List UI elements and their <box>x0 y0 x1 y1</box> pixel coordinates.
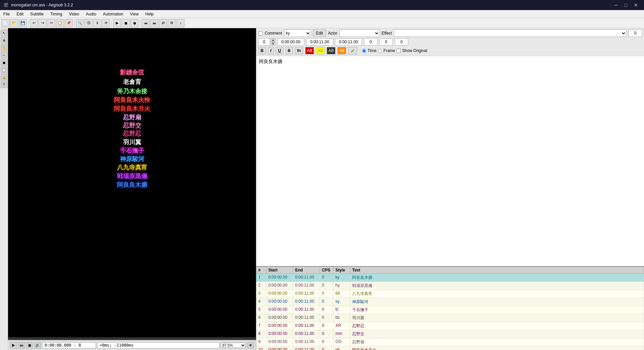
cell-end: 0:00:11.00 <box>293 306 320 314</box>
table-row[interactable]: 3 0:00:00.00 0:00:11.00 0 89 八九寺真宵 <box>256 290 644 298</box>
margin-v-input[interactable] <box>395 38 408 46</box>
tool-clip[interactable]: 📋 <box>1 66 7 73</box>
minimize-button[interactable]: ─ <box>612 2 621 8</box>
subtitle-text-editor[interactable] <box>256 56 644 266</box>
table-row[interactable]: 8 0:00:00.00 0:00:11.00 0 mm 忍野交 <box>256 330 644 338</box>
commit-button[interactable]: ✓ <box>348 47 357 54</box>
color-3-button[interactable]: AB <box>327 47 335 54</box>
table-row[interactable]: 6 0:00:00.00 0:00:11.00 0 bz 羽川翼 <box>256 314 644 322</box>
menu-subtitle[interactable]: Subtitle <box>27 11 47 17</box>
end-time-input[interactable] <box>306 38 333 46</box>
main-toolbar: 📄 📂 💾 ↩ ↪ ✂ 📋 📌 🔍 Ⓢ ℹ ⟳ ▶ ⏹ ⏺ ⏮ ⏭ ⇄ ⚙ ♪ <box>0 18 644 28</box>
toolbar-next-sub[interactable]: ⏭ <box>150 19 158 27</box>
frame-radio[interactable] <box>378 49 382 53</box>
table-row[interactable]: 2 0:00:00.00 0:00:11.00 0 hy 戦場原黒儀 <box>256 282 644 290</box>
toolbar-paste[interactable]: 📌 <box>65 19 73 27</box>
toolbar-styles[interactable]: Ⓢ <box>85 19 93 27</box>
toolbar-cut[interactable]: ✂ <box>47 19 55 27</box>
volume-button[interactable]: 🔊 <box>34 342 41 349</box>
color-4-button[interactable]: AB <box>337 47 346 54</box>
menu-file[interactable]: File <box>0 11 13 17</box>
toolbar-copy[interactable]: 📋 <box>56 19 64 27</box>
menu-view[interactable]: View <box>127 11 142 17</box>
toolbar-save[interactable]: 💾 <box>19 19 27 27</box>
cell-start: 0:00:00.00 <box>266 330 293 338</box>
italic-button[interactable]: I <box>268 47 274 54</box>
play-button[interactable]: ▶ <box>10 342 17 349</box>
step-forward-button[interactable]: ⏭ <box>18 342 25 349</box>
zoom-select[interactable]: 87.5% 50% 75% 100% <box>221 343 246 348</box>
maximize-button[interactable]: □ <box>622 2 630 8</box>
tool-help[interactable]: ? <box>1 81 7 88</box>
close-button[interactable]: ✕ <box>631 2 641 8</box>
tool-select[interactable]: ↖ <box>1 30 7 36</box>
show-original-checkbox[interactable] <box>396 49 401 53</box>
table-row[interactable]: 10 0:00:00.00 0:00:11.00 0 yh 阿良良木月火 <box>256 346 644 350</box>
tool-rect[interactable]: ◼ <box>1 59 7 66</box>
menu-video[interactable]: Video <box>66 11 83 17</box>
cell-end: 0:00:11.00 <box>293 298 320 306</box>
toolbar-settings[interactable]: ⚙ <box>168 19 176 27</box>
start-time-input[interactable] <box>277 38 304 46</box>
window-controls[interactable]: ─ □ ✕ <box>612 2 641 8</box>
tool-add[interactable]: ⊕ <box>1 37 7 44</box>
video-sub-13: 戦場原黒儀 <box>117 172 147 180</box>
table-row[interactable]: 1 0:00:00.00 0:00:11.00 0 ky 阿良良木膳 <box>256 274 644 282</box>
zoom-dropdown-button[interactable]: ▼ <box>247 342 254 349</box>
menu-help[interactable]: Help <box>142 11 157 17</box>
menu-audio[interactable]: Audio <box>83 11 100 17</box>
video-canvas: 影縫余弦 老倉育 斧乃木余接 阿良良木火怜 阿良良木月火 忍野扇 忍野交 忍野忍… <box>8 28 256 337</box>
color-1-button[interactable]: AB <box>305 47 314 54</box>
comment-checkbox[interactable] <box>258 31 263 36</box>
toolbar-new[interactable]: 📄 <box>1 19 9 27</box>
menu-automation[interactable]: Automation <box>100 11 127 17</box>
edit-button[interactable]: Edit <box>313 30 326 37</box>
toolbar-shift[interactable]: ⇄ <box>159 19 167 27</box>
toolbar-undo[interactable]: ↩ <box>30 19 38 27</box>
tool-move[interactable]: ↔ <box>1 52 7 58</box>
table-row[interactable]: 9 0:00:00.00 0:00:11.00 0 OG 忍野扇 <box>256 338 644 346</box>
toolbar-stop[interactable]: ⏹ <box>122 19 130 27</box>
toolbar-prev-sub[interactable]: ⏮ <box>142 19 150 27</box>
actor-dropdown[interactable] <box>339 30 380 37</box>
toolbar-record[interactable]: ⏺ <box>130 19 139 27</box>
header-num: # <box>256 267 266 273</box>
bold-button[interactable]: B <box>258 47 266 54</box>
strikethrough-button[interactable]: S <box>285 47 293 54</box>
toolbar-resample[interactable]: ⟳ <box>102 19 110 27</box>
left-toolbar: ↖ ⊕ ✋ ↔ ◼ 📋 🔒 ? <box>0 28 8 350</box>
layer-up-button[interactable]: ▲ <box>271 38 275 42</box>
duration-input[interactable] <box>335 38 362 46</box>
layer-number-input[interactable] <box>258 38 270 46</box>
menu-timing[interactable]: Timing <box>47 11 66 17</box>
style-dropdown[interactable]: ky <box>284 30 311 37</box>
margin-l-input[interactable] <box>364 38 377 46</box>
effect-dropdown[interactable] <box>394 30 627 37</box>
toolbar-open[interactable]: 📂 <box>10 19 18 27</box>
toolbar-find[interactable]: 🔍 <box>76 19 84 27</box>
margin-r-input[interactable] <box>379 38 393 46</box>
timecode-input[interactable] <box>42 342 96 348</box>
table-row[interactable]: 7 0:00:00.00 0:00:11.00 0 XR 忍野忍 <box>256 322 644 330</box>
font-name-button[interactable]: fn <box>295 47 303 54</box>
layer-input[interactable] <box>629 30 642 37</box>
header-cps: CPS <box>320 267 333 273</box>
table-row[interactable]: 4 0:00:00.00 0:00:11.00 0 sy 神原駿河 <box>256 298 644 306</box>
toolbar-play[interactable]: ▶ <box>113 19 121 27</box>
cell-cps: 0 <box>320 282 333 290</box>
toolbar-karaoke[interactable]: ♪ <box>176 19 184 27</box>
toolbar-properties[interactable]: ℹ <box>93 19 101 27</box>
tool-lock[interactable]: 🔒 <box>1 74 7 81</box>
cell-num: 9 <box>256 338 266 346</box>
color-2-button[interactable]: AB <box>316 47 325 54</box>
table-row[interactable]: 5 0:00:00.00 0:00:11.00 0 fz 千石撫子 <box>256 306 644 314</box>
time-radio[interactable] <box>362 49 366 53</box>
stop-button[interactable]: ⏹ <box>26 342 33 349</box>
tool-hand[interactable]: ✋ <box>1 44 7 51</box>
layer-down-button[interactable]: ▼ <box>271 42 275 46</box>
underline-button[interactable]: U <box>276 47 283 54</box>
offset-input[interactable] <box>97 342 219 348</box>
menu-edit[interactable]: Edit <box>13 11 27 17</box>
cell-cps: 0 <box>320 274 333 282</box>
toolbar-redo[interactable]: ↪ <box>39 19 47 27</box>
